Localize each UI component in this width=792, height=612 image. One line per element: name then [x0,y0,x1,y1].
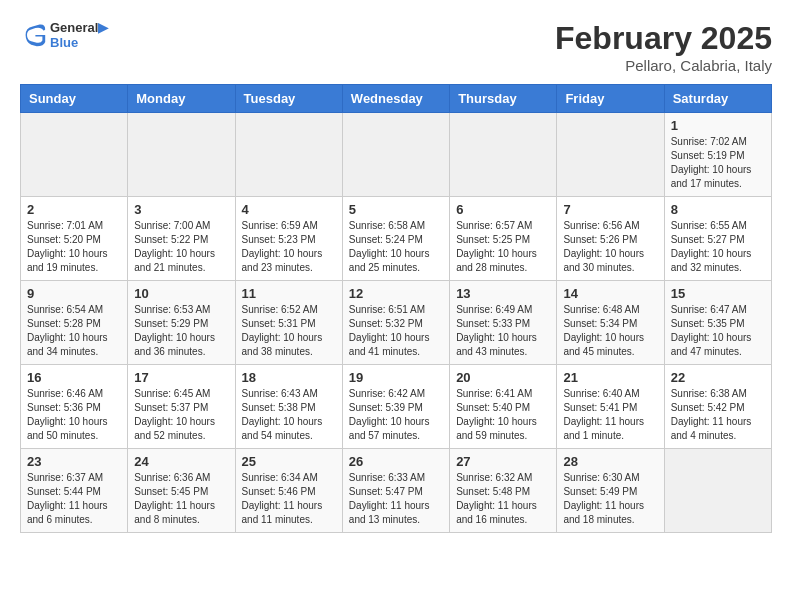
calendar-table: SundayMondayTuesdayWednesdayThursdayFrid… [20,84,772,533]
day-of-week-header: Sunday [21,85,128,113]
calendar-cell: 11Sunrise: 6:52 AM Sunset: 5:31 PM Dayli… [235,281,342,365]
day-number: 19 [349,370,443,385]
day-number: 6 [456,202,550,217]
calendar-cell: 28Sunrise: 6:30 AM Sunset: 5:49 PM Dayli… [557,449,664,533]
day-number: 7 [563,202,657,217]
day-of-week-header: Friday [557,85,664,113]
calendar-cell: 25Sunrise: 6:34 AM Sunset: 5:46 PM Dayli… [235,449,342,533]
day-info: Sunrise: 6:57 AM Sunset: 5:25 PM Dayligh… [456,219,550,275]
day-info: Sunrise: 6:37 AM Sunset: 5:44 PM Dayligh… [27,471,121,527]
calendar-cell [21,113,128,197]
day-info: Sunrise: 6:45 AM Sunset: 5:37 PM Dayligh… [134,387,228,443]
title-block: February 2025 Pellaro, Calabria, Italy [555,20,772,74]
day-number: 4 [242,202,336,217]
day-number: 9 [27,286,121,301]
day-number: 24 [134,454,228,469]
calendar-week-row: 1Sunrise: 7:02 AM Sunset: 5:19 PM Daylig… [21,113,772,197]
calendar-cell: 23Sunrise: 6:37 AM Sunset: 5:44 PM Dayli… [21,449,128,533]
calendar-cell: 14Sunrise: 6:48 AM Sunset: 5:34 PM Dayli… [557,281,664,365]
day-info: Sunrise: 6:40 AM Sunset: 5:41 PM Dayligh… [563,387,657,443]
day-number: 1 [671,118,765,133]
day-info: Sunrise: 7:01 AM Sunset: 5:20 PM Dayligh… [27,219,121,275]
day-number: 17 [134,370,228,385]
logo-icon [20,21,48,49]
day-info: Sunrise: 6:48 AM Sunset: 5:34 PM Dayligh… [563,303,657,359]
day-number: 8 [671,202,765,217]
calendar-cell: 2Sunrise: 7:01 AM Sunset: 5:20 PM Daylig… [21,197,128,281]
calendar-cell: 15Sunrise: 6:47 AM Sunset: 5:35 PM Dayli… [664,281,771,365]
calendar-cell: 21Sunrise: 6:40 AM Sunset: 5:41 PM Dayli… [557,365,664,449]
calendar-cell [128,113,235,197]
calendar-cell [557,113,664,197]
day-number: 25 [242,454,336,469]
calendar-cell [342,113,449,197]
day-info: Sunrise: 6:49 AM Sunset: 5:33 PM Dayligh… [456,303,550,359]
day-number: 22 [671,370,765,385]
day-info: Sunrise: 6:42 AM Sunset: 5:39 PM Dayligh… [349,387,443,443]
day-info: Sunrise: 6:43 AM Sunset: 5:38 PM Dayligh… [242,387,336,443]
day-number: 27 [456,454,550,469]
calendar-cell: 6Sunrise: 6:57 AM Sunset: 5:25 PM Daylig… [450,197,557,281]
calendar-cell: 1Sunrise: 7:02 AM Sunset: 5:19 PM Daylig… [664,113,771,197]
calendar-cell: 9Sunrise: 6:54 AM Sunset: 5:28 PM Daylig… [21,281,128,365]
day-info: Sunrise: 6:55 AM Sunset: 5:27 PM Dayligh… [671,219,765,275]
day-info: Sunrise: 6:34 AM Sunset: 5:46 PM Dayligh… [242,471,336,527]
day-number: 11 [242,286,336,301]
day-info: Sunrise: 6:46 AM Sunset: 5:36 PM Dayligh… [27,387,121,443]
calendar-cell: 26Sunrise: 6:33 AM Sunset: 5:47 PM Dayli… [342,449,449,533]
day-info: Sunrise: 7:00 AM Sunset: 5:22 PM Dayligh… [134,219,228,275]
day-info: Sunrise: 6:56 AM Sunset: 5:26 PM Dayligh… [563,219,657,275]
day-number: 14 [563,286,657,301]
day-number: 5 [349,202,443,217]
day-of-week-header: Saturday [664,85,771,113]
day-number: 28 [563,454,657,469]
calendar-cell: 7Sunrise: 6:56 AM Sunset: 5:26 PM Daylig… [557,197,664,281]
calendar-cell: 3Sunrise: 7:00 AM Sunset: 5:22 PM Daylig… [128,197,235,281]
calendar-week-row: 2Sunrise: 7:01 AM Sunset: 5:20 PM Daylig… [21,197,772,281]
calendar-cell: 22Sunrise: 6:38 AM Sunset: 5:42 PM Dayli… [664,365,771,449]
calendar-week-row: 16Sunrise: 6:46 AM Sunset: 5:36 PM Dayli… [21,365,772,449]
day-info: Sunrise: 6:59 AM Sunset: 5:23 PM Dayligh… [242,219,336,275]
calendar-cell: 13Sunrise: 6:49 AM Sunset: 5:33 PM Dayli… [450,281,557,365]
calendar-cell [235,113,342,197]
calendar-cell: 20Sunrise: 6:41 AM Sunset: 5:40 PM Dayli… [450,365,557,449]
calendar-cell: 12Sunrise: 6:51 AM Sunset: 5:32 PM Dayli… [342,281,449,365]
day-info: Sunrise: 6:52 AM Sunset: 5:31 PM Dayligh… [242,303,336,359]
logo: General▶ Blue [20,20,108,50]
calendar-cell [664,449,771,533]
calendar-cell: 5Sunrise: 6:58 AM Sunset: 5:24 PM Daylig… [342,197,449,281]
calendar-week-row: 23Sunrise: 6:37 AM Sunset: 5:44 PM Dayli… [21,449,772,533]
day-number: 2 [27,202,121,217]
calendar-cell: 19Sunrise: 6:42 AM Sunset: 5:39 PM Dayli… [342,365,449,449]
day-info: Sunrise: 6:38 AM Sunset: 5:42 PM Dayligh… [671,387,765,443]
day-number: 18 [242,370,336,385]
day-info: Sunrise: 6:51 AM Sunset: 5:32 PM Dayligh… [349,303,443,359]
day-info: Sunrise: 6:54 AM Sunset: 5:28 PM Dayligh… [27,303,121,359]
calendar-cell: 24Sunrise: 6:36 AM Sunset: 5:45 PM Dayli… [128,449,235,533]
location-subtitle: Pellaro, Calabria, Italy [555,57,772,74]
calendar-cell [450,113,557,197]
day-info: Sunrise: 6:47 AM Sunset: 5:35 PM Dayligh… [671,303,765,359]
calendar-cell: 10Sunrise: 6:53 AM Sunset: 5:29 PM Dayli… [128,281,235,365]
day-number: 21 [563,370,657,385]
day-number: 16 [27,370,121,385]
day-info: Sunrise: 6:33 AM Sunset: 5:47 PM Dayligh… [349,471,443,527]
month-title: February 2025 [555,20,772,57]
day-number: 3 [134,202,228,217]
day-of-week-header: Tuesday [235,85,342,113]
day-number: 13 [456,286,550,301]
day-info: Sunrise: 6:41 AM Sunset: 5:40 PM Dayligh… [456,387,550,443]
day-of-week-header: Monday [128,85,235,113]
calendar-cell: 27Sunrise: 6:32 AM Sunset: 5:48 PM Dayli… [450,449,557,533]
calendar-cell: 16Sunrise: 6:46 AM Sunset: 5:36 PM Dayli… [21,365,128,449]
day-of-week-header: Wednesday [342,85,449,113]
day-number: 15 [671,286,765,301]
day-number: 26 [349,454,443,469]
day-info: Sunrise: 6:30 AM Sunset: 5:49 PM Dayligh… [563,471,657,527]
calendar-header-row: SundayMondayTuesdayWednesdayThursdayFrid… [21,85,772,113]
calendar-cell: 8Sunrise: 6:55 AM Sunset: 5:27 PM Daylig… [664,197,771,281]
day-number: 20 [456,370,550,385]
logo-text: General▶ Blue [50,20,108,50]
page-header: General▶ Blue February 2025 Pellaro, Cal… [20,20,772,74]
day-info: Sunrise: 6:53 AM Sunset: 5:29 PM Dayligh… [134,303,228,359]
